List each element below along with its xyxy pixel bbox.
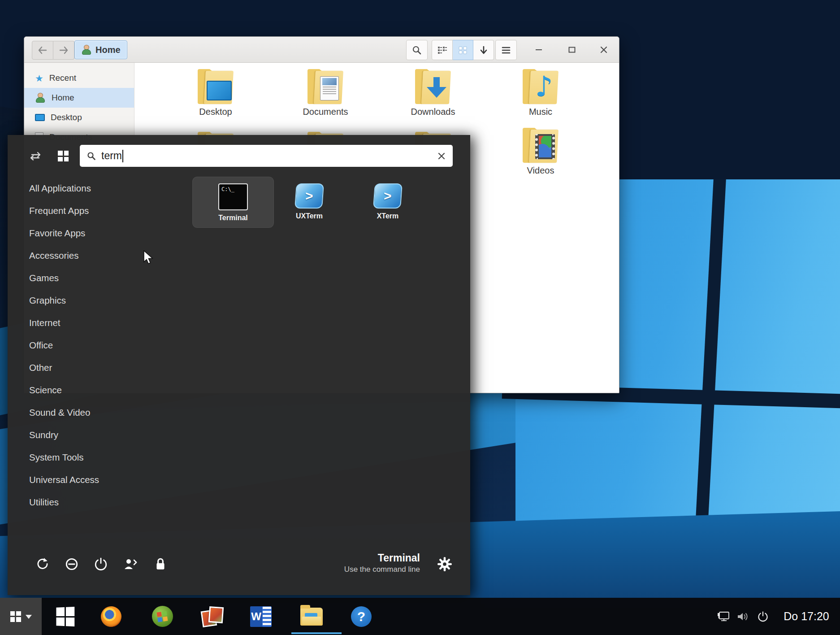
app-menu-button-active[interactable] <box>0 598 42 635</box>
folder-label: Videos <box>500 165 581 176</box>
category-frequent-apps[interactable]: Frequent Apps <box>29 200 99 222</box>
result-uxterm[interactable]: > UXTerm <box>285 183 334 220</box>
sidebar-item-label: Desktop <box>51 113 82 122</box>
close-button[interactable] <box>596 43 611 57</box>
close-icon <box>437 152 446 160</box>
category-list: All Applications Frequent Apps Favorite … <box>29 177 99 513</box>
sidebar-item-desktop[interactable]: Desktop <box>24 108 134 127</box>
navigation-buttons <box>32 41 74 60</box>
shutdown-button[interactable] <box>91 554 111 574</box>
category-system-tools[interactable]: System Tools <box>29 446 99 469</box>
restart-button[interactable] <box>33 554 52 574</box>
taskbar-clock[interactable]: Do 17:20 <box>773 610 840 623</box>
documents-emblem-icon <box>320 76 339 100</box>
grid-view-button[interactable] <box>453 40 473 60</box>
folder-videos[interactable]: Videos <box>500 128 581 176</box>
mouse-cursor <box>143 250 155 265</box>
windows-logo-icon <box>56 607 74 626</box>
switch-view-button[interactable] <box>27 149 43 163</box>
folder-downloads[interactable]: Downloads <box>393 69 473 117</box>
sidebar-item-home[interactable]: Home <box>24 88 134 108</box>
location-tab-label: Home <box>95 45 121 55</box>
category-internet[interactable]: Internet <box>29 312 99 334</box>
logout-button[interactable] <box>121 554 141 574</box>
grid-view-icon <box>458 46 468 55</box>
minimize-button[interactable] <box>531 43 546 57</box>
home-avatar-icon <box>81 44 92 55</box>
sidebar-item-label: Home <box>52 93 74 103</box>
taskbar-firefox-button[interactable] <box>93 598 129 635</box>
back-button[interactable] <box>32 41 53 60</box>
menu-search-input[interactable]: term <box>80 145 453 167</box>
power-icon <box>757 611 769 622</box>
result-label: XTerm <box>363 212 412 220</box>
category-office[interactable]: Office <box>29 334 99 357</box>
lock-icon <box>154 557 167 571</box>
taskbar-files-button-active[interactable] <box>294 598 329 635</box>
category-sundry[interactable]: Sundry <box>29 424 99 446</box>
menu-settings-button[interactable] <box>435 554 455 574</box>
folder-music[interactable]: ♪ Music <box>500 69 581 117</box>
desktop-emblem-icon <box>207 81 232 100</box>
view-toggle-group <box>432 40 494 60</box>
selected-app-description: Use the command line <box>232 565 420 574</box>
all-apps-windows-button[interactable] <box>55 149 71 163</box>
network-icon <box>717 611 730 622</box>
word-icon: W <box>250 606 272 627</box>
start-button[interactable] <box>47 598 83 635</box>
power-indicator[interactable] <box>753 598 773 635</box>
result-label: Terminal <box>193 214 273 222</box>
hamburger-menu-button[interactable] <box>495 40 517 60</box>
folder-icon <box>520 128 561 163</box>
view-options-dropdown-button[interactable] <box>473 40 494 60</box>
suspend-button[interactable] <box>62 554 82 574</box>
folder-label: Music <box>500 107 581 117</box>
category-all-applications[interactable]: All Applications <box>29 177 99 200</box>
result-terminal[interactable]: C:\_ Terminal <box>193 177 273 227</box>
network-indicator[interactable] <box>714 598 733 635</box>
text-caret <box>122 150 123 162</box>
back-arrow-icon <box>38 46 48 54</box>
maximize-button[interactable] <box>564 43 580 57</box>
help-icon: ? <box>351 606 372 627</box>
minimize-icon <box>535 49 542 51</box>
search-query-text: term <box>101 150 122 162</box>
folder-icon <box>305 69 346 104</box>
lock-button[interactable] <box>151 554 170 574</box>
category-universal-access[interactable]: Universal Access <box>29 469 99 491</box>
category-sound-video[interactable]: Sound & Video <box>29 401 99 424</box>
category-science[interactable]: Science <box>29 379 99 401</box>
desktop-monitor-icon <box>35 114 45 121</box>
power-icon <box>94 557 108 571</box>
category-utilities[interactable]: Utilities <box>29 491 99 513</box>
folder-desktop[interactable]: Desktop <box>175 69 256 117</box>
location-tab-home[interactable]: Home <box>74 40 127 59</box>
category-games[interactable]: Games <box>29 267 99 289</box>
category-favorite-apps[interactable]: Favorite Apps <box>29 222 99 244</box>
folder-label: Documents <box>285 107 366 117</box>
forward-button[interactable] <box>53 41 74 60</box>
category-graphics[interactable]: Graphics <box>29 289 99 312</box>
category-other[interactable]: Other <box>29 357 99 379</box>
file-manager-headerbar: Home <box>24 37 619 63</box>
search-button[interactable] <box>406 40 428 60</box>
category-accessories[interactable]: Accessories <box>29 244 99 267</box>
sidebar-item-recent[interactable]: ★ Recent <box>24 68 134 88</box>
clear-search-button[interactable] <box>437 152 446 160</box>
folder-label: Downloads <box>393 107 473 117</box>
taskbar: W ? Do 17:20 <box>0 598 840 635</box>
volume-indicator[interactable] <box>733 598 753 635</box>
folder-documents[interactable]: Documents <box>285 69 366 117</box>
result-xterm[interactable]: > XTerm <box>363 183 412 220</box>
taskbar-word-button[interactable]: W <box>243 598 279 635</box>
selected-app-info: Terminal Use the command line <box>232 552 420 574</box>
list-view-icon <box>437 46 447 55</box>
taskbar-photos-button[interactable] <box>194 598 229 635</box>
search-icon <box>412 45 422 55</box>
taskbar-help-button[interactable]: ? <box>343 598 379 635</box>
list-view-button[interactable] <box>432 40 453 60</box>
file-manager-icon <box>300 608 323 626</box>
uxterm-icon: > <box>294 183 324 209</box>
downloads-emblem-icon <box>427 77 446 100</box>
taskbar-playonlinux-button[interactable] <box>144 598 180 635</box>
